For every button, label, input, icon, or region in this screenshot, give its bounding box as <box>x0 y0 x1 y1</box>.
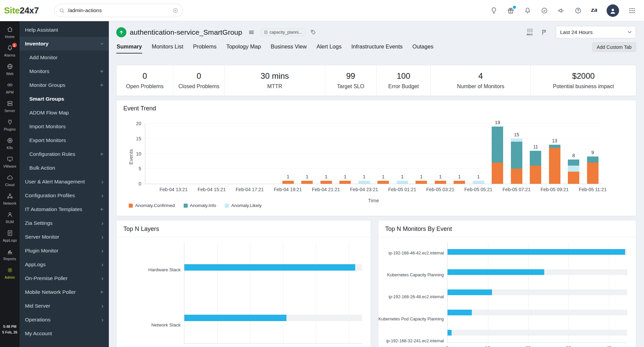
sidebar-item-operations[interactable]: Operations› <box>20 313 109 326</box>
tab-alert-logs[interactable]: Alert Logs <box>316 40 342 54</box>
event-bar-segment[interactable] <box>301 181 313 184</box>
bar[interactable] <box>184 264 355 271</box>
tab-infrastructure-events[interactable]: Infrastructure Events <box>351 40 403 54</box>
sidebar-item-on-premise-poller[interactable]: On-Premise Poller› <box>20 271 109 285</box>
bar[interactable] <box>184 315 286 321</box>
gift-icon[interactable] <box>507 7 515 14</box>
bar[interactable] <box>448 249 625 255</box>
sidebar-item-bulk-action[interactable]: Bulk Action <box>20 161 109 175</box>
rail-item-plugins[interactable]: Plugins <box>0 115 20 134</box>
rail-item-home[interactable]: Home <box>0 23 20 41</box>
rail-item-server[interactable]: Server <box>0 97 20 115</box>
sidebar-item-help-assistant[interactable]: Help Assistant <box>20 23 109 37</box>
search-input[interactable] <box>68 7 170 13</box>
sidebar-item-import-monitors[interactable]: Import Monitors <box>20 119 109 133</box>
zia-icon[interactable]: za <box>591 7 597 14</box>
apps-icon[interactable] <box>628 7 636 14</box>
event-bar-segment[interactable] <box>473 181 484 184</box>
bar[interactable] <box>448 330 452 336</box>
legend-item-anomaly-likely[interactable]: Anomaly.Likely <box>225 203 262 208</box>
legend-item-anomaly-info[interactable]: Anomaly.Info <box>184 203 216 208</box>
flag-icon[interactable] <box>541 29 548 36</box>
event-bar-segment[interactable] <box>454 181 465 184</box>
sidebar-item-configuration-profiles[interactable]: Configuration Profiles› <box>20 188 109 202</box>
rail-item-admin[interactable]: Admin <box>0 264 20 282</box>
sidebar-item-plugin-monitor[interactable]: Plugin Monitor› <box>20 244 109 257</box>
event-bar-segment[interactable] <box>587 157 599 163</box>
plus-icon[interactable]: + <box>100 68 103 75</box>
sidebar-item-my-account[interactable]: My Account <box>20 326 109 340</box>
avatar[interactable] <box>607 4 619 17</box>
clear-search-icon[interactable] <box>173 8 178 13</box>
event-bar-segment[interactable] <box>568 160 579 166</box>
sidebar-item-it-automation-templates[interactable]: IT Automation Templates+ <box>20 202 109 216</box>
event-bar-segment[interactable] <box>359 181 370 184</box>
event-bar-segment[interactable] <box>568 166 579 172</box>
sidebar-item-monitors[interactable]: Monitors+ <box>20 64 109 78</box>
event-bar-segment[interactable] <box>416 181 427 184</box>
event-bar-segment[interactable] <box>568 172 579 184</box>
sidebar-item-user-alert-management[interactable]: User & Alert Management› <box>20 175 109 188</box>
sidebar-item-server-monitor[interactable]: Server Monitor› <box>20 230 109 244</box>
help-icon[interactable] <box>574 7 582 14</box>
rail-item-apm[interactable]: APM <box>0 78 20 97</box>
bar[interactable] <box>448 269 544 275</box>
sidebar-item-applogs[interactable]: AppLogs› <box>20 257 109 271</box>
plus-icon[interactable]: + <box>100 289 103 296</box>
rail-item-rum[interactable]: RUM <box>0 208 20 227</box>
add-custom-tab-button[interactable]: Add Custom Tab <box>592 42 636 52</box>
tag-icon[interactable] <box>310 29 316 35</box>
event-bar-segment[interactable] <box>511 139 522 142</box>
event-bar-segment[interactable] <box>587 163 599 184</box>
event-bar-segment[interactable] <box>492 163 503 184</box>
bar[interactable] <box>448 289 492 295</box>
event-bar-segment[interactable] <box>492 127 503 163</box>
sidebar-item-configuration-rules[interactable]: Configuration Rules+ <box>20 147 109 161</box>
event-bar-segment[interactable] <box>320 181 332 184</box>
time-range-select[interactable]: Last 24 Hours <box>556 26 636 38</box>
megaphone-icon[interactable] <box>557 7 565 14</box>
rail-item-applogs[interactable]: AppLogs <box>0 227 20 245</box>
event-bar-segment[interactable] <box>397 181 408 184</box>
tab-monitors-list[interactable]: Monitors List <box>151 40 184 54</box>
event-bar-segment[interactable] <box>530 151 541 166</box>
noc-button[interactable]: NOC <box>527 29 533 36</box>
rail-item-web[interactable]: Web <box>0 60 20 78</box>
sidebar-item-zia-settings[interactable]: Zia Settings› <box>20 216 109 230</box>
tab-business-view[interactable]: Business View <box>270 40 307 54</box>
plus-icon[interactable]: + <box>100 82 103 89</box>
sidebar-item-monitor-groups[interactable]: Monitor Groups+ <box>20 78 109 92</box>
sidebar-item-smart-groups[interactable]: Smart Groups <box>20 92 109 106</box>
feedback-icon[interactable] <box>541 7 548 14</box>
rail-item-k8s[interactable]: K8s <box>0 134 20 152</box>
event-bar-segment[interactable] <box>511 142 522 169</box>
event-bar-segment[interactable] <box>435 181 446 184</box>
plus-icon[interactable]: + <box>100 206 103 213</box>
rail-item-alarms[interactable]: 2Alarms <box>0 41 20 60</box>
event-bar-segment[interactable] <box>282 181 294 184</box>
sidebar-item-add-monitor[interactable]: Add Monitor <box>20 50 109 64</box>
sidebar-item-addm-flow-map[interactable]: ADDM Flow Map <box>20 106 109 119</box>
event-bar-segment[interactable] <box>377 181 389 184</box>
tag-chip[interactable]: capacity_planni... <box>261 29 306 36</box>
event-bar-segment[interactable] <box>511 169 522 184</box>
sidebar-item-mid-server[interactable]: Mid Server› <box>20 299 109 313</box>
rail-item-vmware[interactable]: VMware <box>0 152 20 171</box>
legend-item-anomaly-confirmed[interactable]: Anomaly.Confirmed <box>129 203 175 208</box>
tab-problems[interactable]: Problems <box>193 40 217 54</box>
event-bar-segment[interactable] <box>549 148 560 184</box>
event-bar-segment[interactable] <box>530 166 541 184</box>
tab-topology-map[interactable]: Topology Map <box>226 40 261 54</box>
hamburger-menu-icon[interactable] <box>248 29 255 36</box>
tab-summary[interactable]: Summary <box>116 40 142 54</box>
sidebar-item-mobile-network-poller[interactable]: Mobile Network Poller+ <box>20 285 109 299</box>
bell-icon[interactable] <box>524 7 531 14</box>
plus-icon[interactable]: + <box>100 151 103 158</box>
event-bar-segment[interactable] <box>549 145 560 148</box>
sidebar-item-export-monitors[interactable]: Export Monitors <box>20 133 109 147</box>
tab-outages[interactable]: Outages <box>412 40 434 54</box>
site24x7-logo[interactable]: Site24x7 <box>4 5 39 16</box>
sidebar-item-inventory[interactable]: Inventory› <box>20 37 109 50</box>
rail-item-reports[interactable]: Reports <box>0 245 20 264</box>
rail-item-network[interactable]: Network <box>0 189 20 208</box>
